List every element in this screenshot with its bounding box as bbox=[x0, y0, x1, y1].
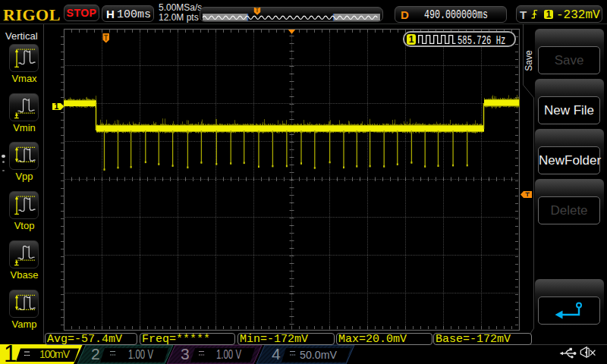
svg-text:1: 1 bbox=[4, 340, 17, 364]
svg-text:3: 3 bbox=[181, 345, 190, 362]
svg-text:50.0mV: 50.0mV bbox=[300, 348, 337, 361]
svg-text:100mV: 100mV bbox=[39, 348, 71, 360]
svg-text:1: 1 bbox=[55, 102, 59, 111]
svg-text:4: 4 bbox=[272, 345, 281, 362]
svg-text:1.00 V: 1.00 V bbox=[128, 348, 153, 361]
svg-text:1.00 V: 1.00 V bbox=[216, 348, 241, 361]
svg-text:2: 2 bbox=[91, 345, 100, 362]
